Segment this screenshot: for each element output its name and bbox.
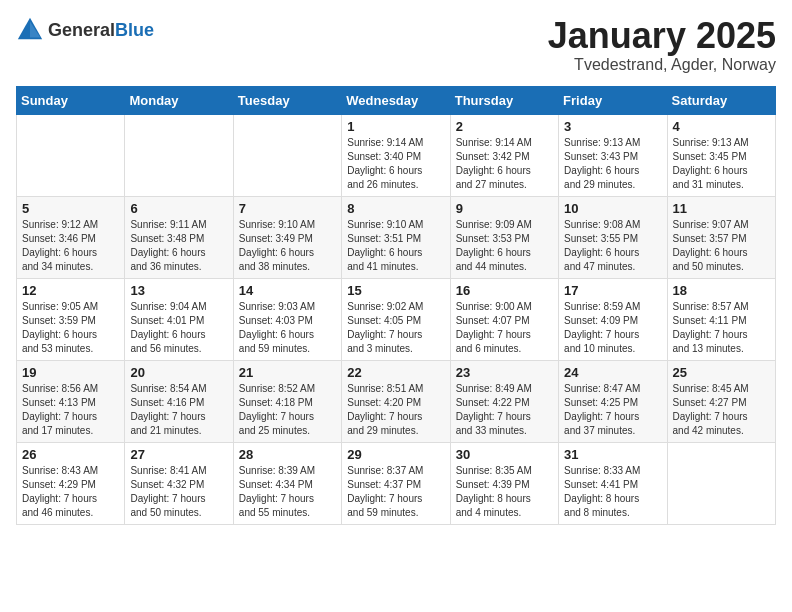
day-cell-26: 26Sunrise: 8:43 AM Sunset: 4:29 PM Dayli… [17, 442, 125, 524]
empty-cell [125, 114, 233, 196]
day-cell-20: 20Sunrise: 8:54 AM Sunset: 4:16 PM Dayli… [125, 360, 233, 442]
day-number: 23 [456, 365, 553, 380]
day-number: 6 [130, 201, 227, 216]
day-info: Sunrise: 8:56 AM Sunset: 4:13 PM Dayligh… [22, 382, 119, 438]
day-number: 26 [22, 447, 119, 462]
day-info: Sunrise: 8:45 AM Sunset: 4:27 PM Dayligh… [673, 382, 770, 438]
calendar-body: 1Sunrise: 9:14 AM Sunset: 3:40 PM Daylig… [17, 114, 776, 524]
day-number: 10 [564, 201, 661, 216]
header-cell-thursday: Thursday [450, 86, 558, 114]
day-info: Sunrise: 8:59 AM Sunset: 4:09 PM Dayligh… [564, 300, 661, 356]
week-row-1: 5Sunrise: 9:12 AM Sunset: 3:46 PM Daylig… [17, 196, 776, 278]
day-number: 25 [673, 365, 770, 380]
day-info: Sunrise: 8:41 AM Sunset: 4:32 PM Dayligh… [130, 464, 227, 520]
day-cell-15: 15Sunrise: 9:02 AM Sunset: 4:05 PM Dayli… [342, 278, 450, 360]
day-cell-23: 23Sunrise: 8:49 AM Sunset: 4:22 PM Dayli… [450, 360, 558, 442]
header-cell-wednesday: Wednesday [342, 86, 450, 114]
page-header: GeneralBlue January 2025 Tvedestrand, Ag… [16, 16, 776, 74]
empty-cell [17, 114, 125, 196]
day-number: 7 [239, 201, 336, 216]
day-info: Sunrise: 9:04 AM Sunset: 4:01 PM Dayligh… [130, 300, 227, 356]
empty-cell [233, 114, 341, 196]
week-row-0: 1Sunrise: 9:14 AM Sunset: 3:40 PM Daylig… [17, 114, 776, 196]
day-number: 24 [564, 365, 661, 380]
day-number: 29 [347, 447, 444, 462]
day-cell-10: 10Sunrise: 9:08 AM Sunset: 3:55 PM Dayli… [559, 196, 667, 278]
day-info: Sunrise: 9:10 AM Sunset: 3:49 PM Dayligh… [239, 218, 336, 274]
day-cell-7: 7Sunrise: 9:10 AM Sunset: 3:49 PM Daylig… [233, 196, 341, 278]
day-number: 19 [22, 365, 119, 380]
day-cell-4: 4Sunrise: 9:13 AM Sunset: 3:45 PM Daylig… [667, 114, 775, 196]
day-info: Sunrise: 8:51 AM Sunset: 4:20 PM Dayligh… [347, 382, 444, 438]
day-cell-9: 9Sunrise: 9:09 AM Sunset: 3:53 PM Daylig… [450, 196, 558, 278]
day-info: Sunrise: 9:07 AM Sunset: 3:57 PM Dayligh… [673, 218, 770, 274]
day-number: 28 [239, 447, 336, 462]
empty-cell [667, 442, 775, 524]
week-row-3: 19Sunrise: 8:56 AM Sunset: 4:13 PM Dayli… [17, 360, 776, 442]
day-info: Sunrise: 8:52 AM Sunset: 4:18 PM Dayligh… [239, 382, 336, 438]
day-info: Sunrise: 9:00 AM Sunset: 4:07 PM Dayligh… [456, 300, 553, 356]
day-cell-31: 31Sunrise: 8:33 AM Sunset: 4:41 PM Dayli… [559, 442, 667, 524]
logo-text-general: General [48, 20, 115, 40]
day-cell-6: 6Sunrise: 9:11 AM Sunset: 3:48 PM Daylig… [125, 196, 233, 278]
day-info: Sunrise: 9:13 AM Sunset: 3:43 PM Dayligh… [564, 136, 661, 192]
day-info: Sunrise: 9:14 AM Sunset: 3:40 PM Dayligh… [347, 136, 444, 192]
week-row-4: 26Sunrise: 8:43 AM Sunset: 4:29 PM Dayli… [17, 442, 776, 524]
day-info: Sunrise: 9:14 AM Sunset: 3:42 PM Dayligh… [456, 136, 553, 192]
location-title: Tvedestrand, Agder, Norway [548, 56, 776, 74]
logo: GeneralBlue [16, 16, 154, 44]
day-info: Sunrise: 9:09 AM Sunset: 3:53 PM Dayligh… [456, 218, 553, 274]
day-info: Sunrise: 8:47 AM Sunset: 4:25 PM Dayligh… [564, 382, 661, 438]
calendar-table: SundayMondayTuesdayWednesdayThursdayFrid… [16, 86, 776, 525]
day-cell-29: 29Sunrise: 8:37 AM Sunset: 4:37 PM Dayli… [342, 442, 450, 524]
day-info: Sunrise: 9:02 AM Sunset: 4:05 PM Dayligh… [347, 300, 444, 356]
day-cell-5: 5Sunrise: 9:12 AM Sunset: 3:46 PM Daylig… [17, 196, 125, 278]
day-number: 17 [564, 283, 661, 298]
day-cell-21: 21Sunrise: 8:52 AM Sunset: 4:18 PM Dayli… [233, 360, 341, 442]
day-cell-12: 12Sunrise: 9:05 AM Sunset: 3:59 PM Dayli… [17, 278, 125, 360]
day-number: 18 [673, 283, 770, 298]
day-info: Sunrise: 8:37 AM Sunset: 4:37 PM Dayligh… [347, 464, 444, 520]
day-cell-8: 8Sunrise: 9:10 AM Sunset: 3:51 PM Daylig… [342, 196, 450, 278]
day-info: Sunrise: 9:10 AM Sunset: 3:51 PM Dayligh… [347, 218, 444, 274]
day-cell-3: 3Sunrise: 9:13 AM Sunset: 3:43 PM Daylig… [559, 114, 667, 196]
day-info: Sunrise: 9:05 AM Sunset: 3:59 PM Dayligh… [22, 300, 119, 356]
day-number: 5 [22, 201, 119, 216]
day-info: Sunrise: 9:13 AM Sunset: 3:45 PM Dayligh… [673, 136, 770, 192]
day-number: 1 [347, 119, 444, 134]
day-number: 14 [239, 283, 336, 298]
day-info: Sunrise: 8:43 AM Sunset: 4:29 PM Dayligh… [22, 464, 119, 520]
day-info: Sunrise: 8:54 AM Sunset: 4:16 PM Dayligh… [130, 382, 227, 438]
day-number: 22 [347, 365, 444, 380]
header-cell-tuesday: Tuesday [233, 86, 341, 114]
day-info: Sunrise: 9:12 AM Sunset: 3:46 PM Dayligh… [22, 218, 119, 274]
day-number: 3 [564, 119, 661, 134]
header-row: SundayMondayTuesdayWednesdayThursdayFrid… [17, 86, 776, 114]
day-info: Sunrise: 9:08 AM Sunset: 3:55 PM Dayligh… [564, 218, 661, 274]
header-cell-monday: Monday [125, 86, 233, 114]
day-number: 27 [130, 447, 227, 462]
day-number: 8 [347, 201, 444, 216]
day-cell-2: 2Sunrise: 9:14 AM Sunset: 3:42 PM Daylig… [450, 114, 558, 196]
day-cell-24: 24Sunrise: 8:47 AM Sunset: 4:25 PM Dayli… [559, 360, 667, 442]
day-number: 16 [456, 283, 553, 298]
logo-text-blue: Blue [115, 20, 154, 40]
day-info: Sunrise: 8:49 AM Sunset: 4:22 PM Dayligh… [456, 382, 553, 438]
day-number: 2 [456, 119, 553, 134]
day-number: 21 [239, 365, 336, 380]
day-number: 30 [456, 447, 553, 462]
day-cell-11: 11Sunrise: 9:07 AM Sunset: 3:57 PM Dayli… [667, 196, 775, 278]
day-cell-19: 19Sunrise: 8:56 AM Sunset: 4:13 PM Dayli… [17, 360, 125, 442]
week-row-2: 12Sunrise: 9:05 AM Sunset: 3:59 PM Dayli… [17, 278, 776, 360]
logo-icon [16, 16, 44, 44]
day-number: 12 [22, 283, 119, 298]
day-cell-16: 16Sunrise: 9:00 AM Sunset: 4:07 PM Dayli… [450, 278, 558, 360]
day-info: Sunrise: 8:39 AM Sunset: 4:34 PM Dayligh… [239, 464, 336, 520]
day-number: 31 [564, 447, 661, 462]
day-number: 15 [347, 283, 444, 298]
day-cell-30: 30Sunrise: 8:35 AM Sunset: 4:39 PM Dayli… [450, 442, 558, 524]
day-cell-13: 13Sunrise: 9:04 AM Sunset: 4:01 PM Dayli… [125, 278, 233, 360]
calendar-header: SundayMondayTuesdayWednesdayThursdayFrid… [17, 86, 776, 114]
header-cell-sunday: Sunday [17, 86, 125, 114]
day-cell-18: 18Sunrise: 8:57 AM Sunset: 4:11 PM Dayli… [667, 278, 775, 360]
